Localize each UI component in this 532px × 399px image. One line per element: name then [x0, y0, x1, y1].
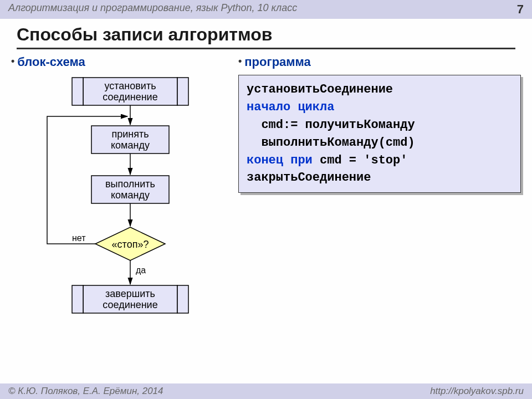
flowchart-column: блок-схема установить соединение принять — [11, 55, 233, 374]
code-line-5b: cmd = 'stop' — [313, 154, 408, 167]
svg-text:соединение: соединение — [103, 91, 157, 103]
svg-rect-18 — [72, 285, 83, 313]
page-number: 7 — [517, 2, 524, 17]
code-listing: установитьСоединение начало цикла cmd:= … — [238, 75, 521, 193]
course-title: Алгоритмизация и программирование, язык … — [8, 2, 297, 17]
flow-decision-stop: «стоп»? — [95, 227, 165, 260]
svg-text:«стоп»?: «стоп»? — [112, 239, 149, 250]
svg-text:завершить: завершить — [105, 288, 155, 299]
svg-rect-19 — [177, 285, 188, 313]
svg-text:принять: принять — [111, 129, 149, 140]
svg-text:выполнить: выполнить — [105, 178, 155, 190]
svg-text:соединение: соединение — [103, 299, 157, 310]
code-line-6: закрытьСоединение — [247, 171, 371, 185]
code-line-1: установитьСоединение — [247, 83, 393, 96]
flowchart-heading: блок-схема — [11, 55, 233, 69]
program-column: программа установитьСоединение начало ци… — [233, 55, 521, 374]
header-bar: Алгоритмизация и программирование, язык … — [0, 0, 532, 19]
page-title: Способы записи алгоритмов — [17, 24, 515, 49]
code-line-3: cmd:= получитьКоманду — [247, 118, 415, 132]
code-line-5a: конец при — [247, 154, 313, 167]
content-area: блок-схема установить соединение принять — [0, 52, 532, 377]
flow-box-close: завершить соединение — [72, 285, 188, 313]
svg-rect-2 — [177, 78, 188, 105]
flowchart-diagram: установить соединение принять команду вы… — [17, 75, 227, 374]
svg-text:установить: установить — [104, 80, 156, 91]
svg-rect-1 — [72, 78, 83, 105]
program-heading: программа — [238, 55, 521, 69]
flow-box-establish: установить соединение — [72, 78, 188, 105]
footer-bar: © К.Ю. Поляков, Е.А. Ерёмин, 2014 http:/… — [0, 383, 532, 399]
code-line-4: выполнитьКоманду(cmd) — [247, 136, 415, 150]
footer-authors: © К.Ю. Поляков, Е.А. Ерёмин, 2014 — [8, 386, 163, 397]
svg-text:команду: команду — [111, 140, 150, 151]
yes-label: да — [136, 265, 146, 275]
flow-box-execute: выполнить команду — [91, 176, 169, 203]
flow-box-receive: принять команду — [91, 126, 169, 154]
code-line-2: начало цикла — [247, 100, 334, 114]
no-label: нет — [72, 233, 86, 243]
footer-url: http://kpolyakov.spb.ru — [430, 386, 524, 397]
svg-text:команду: команду — [111, 190, 150, 201]
